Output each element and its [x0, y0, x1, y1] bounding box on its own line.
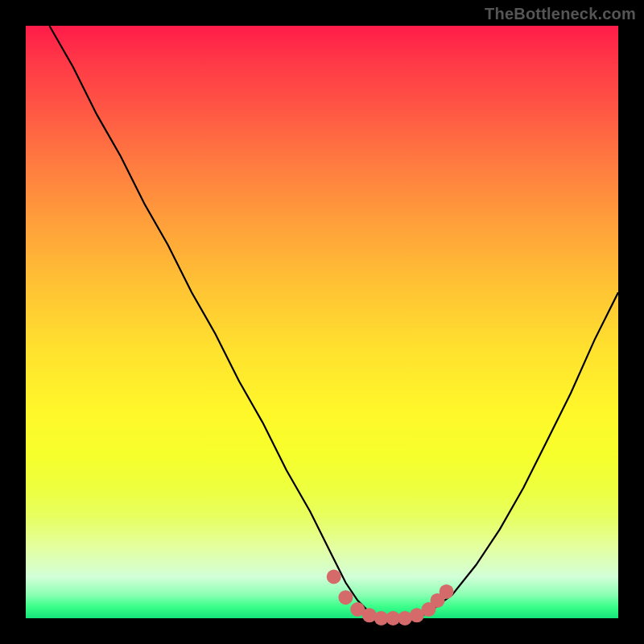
marker-dot — [440, 584, 454, 599]
marker-dot — [338, 590, 353, 605]
bottom-markers — [327, 570, 454, 626]
bottleneck-curve-svg — [26, 26, 618, 618]
marker-dot — [327, 570, 341, 584]
plot-area — [26, 26, 618, 618]
watermark-text: TheBottleneck.com — [485, 5, 636, 23]
bottleneck-curve — [49, 26, 618, 618]
chart-frame: TheBottleneck.com — [0, 0, 644, 644]
